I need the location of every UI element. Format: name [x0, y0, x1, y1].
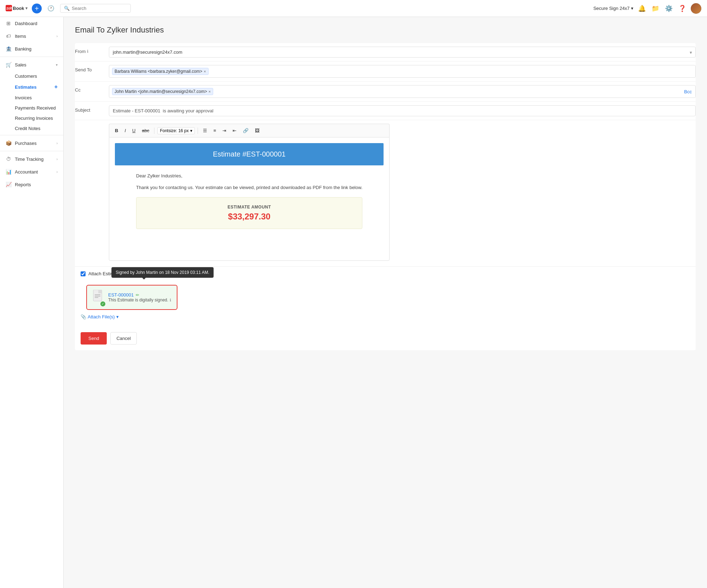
underline-button[interactable]: U — [130, 127, 138, 134]
from-row: From ℹ john.martin@securesign24x7.com — [75, 43, 696, 61]
sidebar-item-time-tracking[interactable]: ⏱ Time Tracking › — [0, 153, 63, 165]
cc-tag-text: John Martin <john.martin@securesign24x7.… — [115, 89, 207, 94]
estimate-box: ESTIMATE AMOUNT $33,297.30 — [136, 197, 362, 229]
bcc-link[interactable]: Bcc — [684, 89, 692, 94]
send-to-input[interactable]: Barbara Williams <barbara.zyker@gmail.co… — [109, 65, 696, 78]
sidebar-item-banking[interactable]: 🏦 Banking — [0, 42, 63, 55]
bell-icon[interactable]: 🔔 — [637, 4, 647, 13]
cc-field: John Martin <john.martin@securesign24x7.… — [109, 85, 696, 98]
sidebar-sub-label-invoices: Invoices — [15, 95, 32, 100]
estimate-label: ESTIMATE AMOUNT — [144, 205, 355, 210]
avatar[interactable] — [691, 3, 701, 14]
send-button[interactable]: Send — [81, 332, 107, 345]
bold-button[interactable]: B — [113, 127, 120, 134]
sidebar-label-sales: Sales — [15, 62, 52, 67]
cc-row: Cc John Martin <john.martin@securesign24… — [75, 82, 696, 102]
sidebar-sub-invoices[interactable]: Invoices — [0, 93, 63, 103]
search-input[interactable] — [72, 6, 127, 11]
edit-pdf-icon[interactable]: ✏ — [136, 293, 139, 298]
outdent-button[interactable]: ⇤ — [230, 127, 239, 134]
cc-tag-close[interactable]: × — [209, 89, 211, 94]
accountant-icon: 📊 — [6, 169, 11, 175]
sidebar-item-sales[interactable]: 🛒 Sales ▾ — [0, 58, 63, 71]
attach-files-section: 📎 Attach File(s) ▾ — [81, 314, 690, 319]
subject-label: Subject — [75, 105, 103, 113]
email-body[interactable]: Estimate #EST-000001 Dear Zylker Industr… — [109, 137, 390, 261]
sidebar-sub-label-credit: Credit Notes — [15, 126, 40, 131]
toolbar-divider-1 — [154, 128, 154, 134]
sidebar-sub-recurring-invoices[interactable]: Recurring Invoices — [0, 113, 63, 123]
help-icon[interactable]: ❓ — [677, 4, 687, 13]
attach-pdf-checkbox[interactable] — [81, 271, 86, 276]
from-select-wrapper[interactable]: john.martin@securesign24x7.com — [109, 47, 696, 58]
sidebar-divider — [0, 57, 63, 57]
send-to-tag: Barbara Williams <barbara.zyker@gmail.co… — [112, 68, 209, 75]
brand-logo[interactable]: zoho Books ▾ — [6, 4, 28, 13]
strikethrough-button[interactable]: abc — [140, 127, 151, 134]
svg-text:Books: Books — [13, 6, 24, 11]
send-to-row: Send To Barbara Williams <barbara.zyker@… — [75, 61, 696, 82]
time-tracking-icon: ⏱ — [6, 156, 11, 162]
attach-files-button[interactable]: 📎 Attach File(s) ▾ — [81, 314, 690, 319]
body-text: Thank you for contacting us. Your estima… — [136, 184, 362, 192]
pdf-attachment: ✓ Signed by John Martin on 18 Nov 2019 0… — [86, 285, 177, 310]
subject-field — [109, 105, 696, 116]
sidebar-label-time-tracking: Time Tracking — [15, 157, 53, 162]
sidebar-label-accountant: Accountant — [15, 169, 53, 175]
send-to-label: Send To — [75, 65, 103, 72]
sidebar-label-banking: Banking — [15, 46, 58, 52]
items-arrow: › — [57, 34, 58, 38]
brand-chevron[interactable]: ▾ — [25, 6, 28, 11]
sidebar-sub-label-payments: Payments Received — [15, 105, 56, 111]
sidebar-label-items: Items — [15, 34, 53, 39]
attach-files-chevron: ▾ — [116, 314, 119, 319]
sidebar-sub-credit-notes[interactable]: Credit Notes — [0, 123, 63, 134]
sidebar-sub-estimates[interactable]: Estimates + — [0, 81, 63, 93]
fontsize-select[interactable]: Fontsize: 16 px ▾ — [157, 127, 194, 134]
send-to-tag-text: Barbara Williams <barbara.zyker@gmail.co… — [115, 69, 202, 74]
history-icon[interactable]: 🕐 — [46, 4, 56, 13]
estimates-add-icon[interactable]: + — [54, 84, 58, 90]
from-help-icon[interactable]: ℹ — [87, 49, 88, 54]
link-button[interactable]: 🔗 — [241, 127, 251, 134]
gear-icon[interactable]: ⚙️ — [664, 4, 674, 13]
sidebar-sub-payments-received[interactable]: Payments Received — [0, 103, 63, 113]
sidebar-divider-2 — [0, 135, 63, 135]
folder-icon[interactable]: 📁 — [650, 4, 660, 13]
time-tracking-arrow: › — [57, 157, 58, 161]
pdf-info-icon[interactable]: ℹ — [170, 298, 171, 302]
email-form: From ℹ john.martin@securesign24x7.com Se… — [75, 43, 696, 350]
sidebar-item-items[interactable]: 🏷 Items › — [0, 30, 63, 42]
sidebar: ⊞ Dashboard 🏷 Items › 🏦 Banking 🛒 Sales … — [0, 17, 64, 588]
pdf-name: EST-000001 ✏ — [108, 292, 171, 298]
sidebar-item-purchases[interactable]: 📦 Purchases › — [0, 137, 63, 149]
sidebar-item-accountant[interactable]: 📊 Accountant › — [0, 165, 63, 178]
indent-button[interactable]: ⇥ — [220, 127, 228, 134]
subject-input[interactable] — [109, 105, 696, 116]
send-to-field: Barbara Williams <barbara.zyker@gmail.co… — [109, 65, 696, 78]
pdf-file-icon: ✓ — [93, 290, 104, 305]
reports-icon: 📈 — [6, 182, 11, 187]
unordered-list-button[interactable]: ☰ — [201, 127, 209, 134]
italic-button[interactable]: I — [122, 127, 128, 134]
dashboard-icon: ⊞ — [6, 20, 11, 26]
sidebar-item-dashboard[interactable]: ⊞ Dashboard — [0, 17, 63, 30]
from-select[interactable]: john.martin@securesign24x7.com — [109, 47, 696, 58]
secure-sign-dropdown[interactable]: Secure Sign 24x7 ▾ — [593, 6, 633, 11]
send-to-tag-close[interactable]: × — [204, 69, 206, 74]
sales-arrow: ▾ — [56, 63, 58, 67]
fontsize-chevron: ▾ — [190, 128, 192, 133]
image-button[interactable]: 🖼 — [253, 127, 262, 134]
sidebar-label-dashboard: Dashboard — [15, 21, 58, 26]
cc-input[interactable]: John Martin <john.martin@securesign24x7.… — [109, 85, 696, 98]
sidebar-sub-customers[interactable]: Customers — [0, 71, 63, 81]
items-icon: 🏷 — [6, 33, 11, 39]
ordered-list-button[interactable]: ≡ — [211, 127, 218, 134]
email-body-text: Dear Zylker Industries, Thank you for co… — [115, 172, 384, 192]
main-content: Email To Zylker Industries From ℹ john.m… — [64, 17, 707, 588]
cancel-button[interactable]: Cancel — [110, 332, 136, 345]
sidebar-item-reports[interactable]: 📈 Reports — [0, 178, 63, 191]
add-button[interactable]: + — [32, 4, 42, 13]
pdf-signed: This Estimate is digitally signed. ℹ — [108, 298, 171, 302]
tooltip-text: Signed by John Martin on 18 Nov 2019 03:… — [116, 270, 209, 275]
